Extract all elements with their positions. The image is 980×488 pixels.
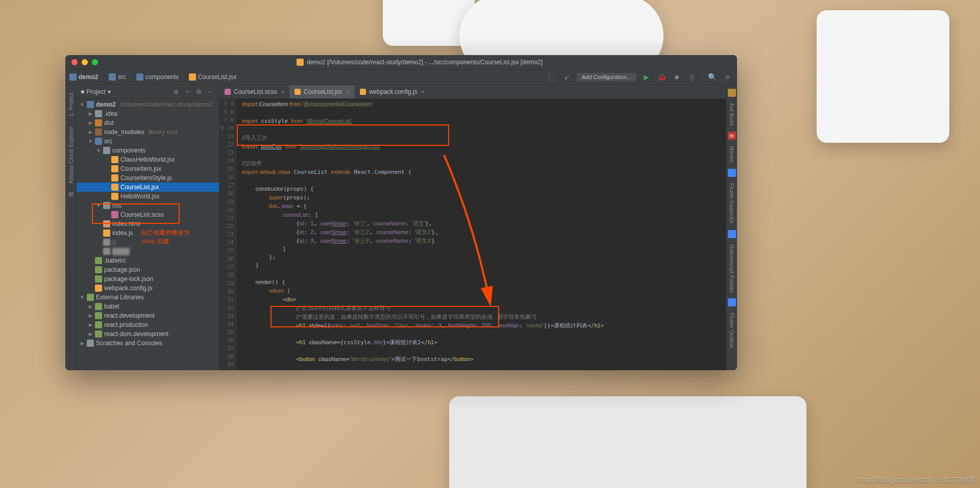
tree-file-scss[interactable]: CourseList.scss: [77, 210, 219, 219]
left-tool-strip: 1: Project Alibaba Cloud Explorer ⊞: [65, 85, 77, 370]
tree-file[interactable]: ████: [77, 247, 219, 256]
ant-build-icon[interactable]: [728, 89, 736, 97]
breadcrumb-item[interactable]: demo2: [69, 73, 99, 81]
tree-folder[interactable]: ▶.idea: [77, 109, 219, 118]
tree-file[interactable]: .babelrc: [77, 256, 219, 265]
js-file-icon: [360, 89, 366, 95]
code-content[interactable]: import CourseItem from '@/components/Cou…: [237, 99, 726, 370]
right-tool-strip: Ant Build m Maven Flutter Inspector Nati…: [726, 85, 737, 370]
folder-icon: [69, 73, 77, 81]
tree-folder[interactable]: ▶dist: [77, 118, 219, 127]
app-icon: [297, 59, 304, 66]
tree-file[interactable]: ClassHelloWorld.jsx: [77, 155, 219, 164]
add-configuration-button[interactable]: Add Configuration...: [577, 73, 636, 81]
tree-file[interactable]: CourseItemStyle.js: [77, 173, 219, 183]
structure-icon[interactable]: ⊞: [67, 190, 75, 198]
tree-file[interactable]: HelloWorld.jsx: [77, 192, 219, 201]
build-icon[interactable]: ⬚: [546, 71, 557, 83]
breadcrumb: demo2 〉 src 〉 components 〉 CourseList.js…: [69, 72, 236, 81]
chevron-right-icon: 〉: [128, 72, 134, 81]
settings-icon[interactable]: ≡: [722, 71, 733, 83]
flutter-outline-button[interactable]: Flutter Outline: [729, 309, 735, 352]
tree-file[interactable]: CourseItem.jsx: [77, 164, 219, 173]
flutter-inspector-button[interactable]: Flutter Inspector: [729, 179, 735, 227]
maximize-window-button[interactable]: [92, 59, 98, 65]
ide-window: demo2 [/Volumes/code/react-study/demo2] …: [65, 55, 737, 370]
device-icon[interactable]: ▯: [687, 71, 698, 83]
tree-lib[interactable]: ▶babel: [77, 302, 219, 311]
sync-icon[interactable]: ↙: [561, 71, 573, 83]
tree-folder-css[interactable]: ▼css: [77, 201, 219, 210]
tree-lib[interactable]: ▶react.production: [77, 320, 219, 329]
tree-file[interactable]: index.html: [77, 219, 219, 228]
expand-icon[interactable]: ÷: [182, 87, 192, 97]
settings-icon[interactable]: ⚙: [193, 87, 204, 97]
folder-icon: [109, 73, 116, 81]
close-icon[interactable]: ×: [422, 89, 425, 95]
nativescript-icon[interactable]: [728, 230, 736, 238]
project-panel-title[interactable]: ■ Project ▾: [81, 88, 111, 95]
tree-folder[interactable]: ▶node_moduleslibrary root: [77, 127, 219, 137]
breadcrumb-item[interactable]: components: [136, 73, 179, 81]
project-sidebar: ■ Project ▾ ⊕ ÷ ⚙ − ▼demo2/Volumes/code/…: [77, 85, 219, 370]
flutter-icon[interactable]: [728, 169, 736, 177]
tree-file[interactable]: webpack.config.js: [77, 284, 219, 293]
tree-file-selected[interactable]: CourseList.jsx: [77, 183, 219, 192]
tree-folder-src[interactable]: ▼src: [77, 137, 219, 146]
project-panel-header: ■ Project ▾ ⊕ ÷ ⚙ −: [77, 85, 219, 99]
tree-external-libraries[interactable]: ▼External Libraries: [77, 293, 219, 302]
editor-tabs: CourseList.scss× CourseList.jsx× webpack…: [219, 85, 726, 99]
debug-icon[interactable]: 🐞: [656, 71, 667, 83]
toolbar: demo2 〉 src 〉 components 〉 CourseList.js…: [65, 69, 737, 85]
window-title: demo2 [/Volumes/code/react-study/demo2] …: [108, 59, 731, 66]
close-icon[interactable]: ×: [347, 89, 350, 95]
close-icon[interactable]: ×: [281, 89, 284, 95]
traffic-lights: [71, 59, 98, 65]
jsx-file-icon: [295, 89, 301, 95]
scss-file-icon: [225, 89, 231, 95]
tab-webpack-config[interactable]: webpack.config.js×: [355, 85, 430, 98]
folder-icon: [136, 73, 143, 81]
jsx-file-icon: [189, 73, 196, 81]
gutter: 3 4 5 6 7 8 9 10 11 12 13 14 15 16 17 18…: [219, 99, 237, 370]
run-icon[interactable]: ▶: [641, 71, 652, 83]
locate-icon[interactable]: ⊕: [171, 87, 181, 97]
maven-icon[interactable]: m: [728, 132, 736, 140]
main-area: 1: Project Alibaba Cloud Explorer ⊞ ■ Pr…: [65, 85, 737, 370]
flutter-outline-icon[interactable]: [728, 298, 736, 306]
tree-folder-components[interactable]: ▼components: [77, 146, 219, 155]
close-window-button[interactable]: [71, 59, 78, 65]
tree-lib[interactable]: ▶react.development: [77, 311, 219, 320]
annotation-text: 自己创建的修改为.scss 后缀: [141, 228, 190, 246]
ant-build-button[interactable]: Ant Build: [729, 99, 735, 130]
tree-file[interactable]: package.json: [77, 265, 219, 274]
tree-file[interactable]: package-lock.json: [77, 274, 219, 284]
chevron-right-icon: 〉: [181, 72, 187, 81]
code-editor[interactable]: 3 4 5 6 7 8 9 10 11 12 13 14 15 16 17 18…: [219, 99, 726, 370]
tree-lib[interactable]: ▶react-dom.development: [77, 329, 219, 339]
nativescript-button[interactable]: Nativescript Palette: [729, 240, 735, 297]
tab-courselist-jsx[interactable]: CourseList.jsx×: [289, 85, 355, 98]
search-icon[interactable]: 🔍: [706, 71, 718, 83]
project-tool-button[interactable]: 1: Project: [68, 89, 74, 120]
watermark: https://blog.csdn.net/zl @51CTO博客: [859, 476, 976, 485]
breadcrumb-item[interactable]: src: [109, 73, 126, 81]
tree-scratches[interactable]: ▶Scratches and Consoles: [77, 339, 219, 348]
breadcrumb-item[interactable]: CourseList.jsx: [189, 73, 236, 81]
editor-area: CourseList.scss× CourseList.jsx× webpack…: [219, 85, 726, 370]
alibaba-cloud-tool-button[interactable]: Alibaba Cloud Explorer: [68, 122, 74, 188]
tab-courselist-scss[interactable]: CourseList.scss×: [219, 85, 289, 98]
titlebar: demo2 [/Volumes/code/react-study/demo2] …: [65, 55, 737, 69]
minimize-window-button[interactable]: [82, 59, 88, 65]
maven-button[interactable]: Maven: [729, 142, 735, 167]
toolbar-right: ⬚ ↙ Add Configuration... ▶ 🐞 ■ ▯ 🔍 ≡: [546, 71, 733, 83]
hide-icon[interactable]: −: [205, 87, 215, 97]
tree-root[interactable]: ▼demo2/Volumes/code/react-study/demo2: [77, 100, 219, 109]
chevron-right-icon: 〉: [101, 72, 107, 81]
stop-icon[interactable]: ■: [671, 71, 682, 83]
